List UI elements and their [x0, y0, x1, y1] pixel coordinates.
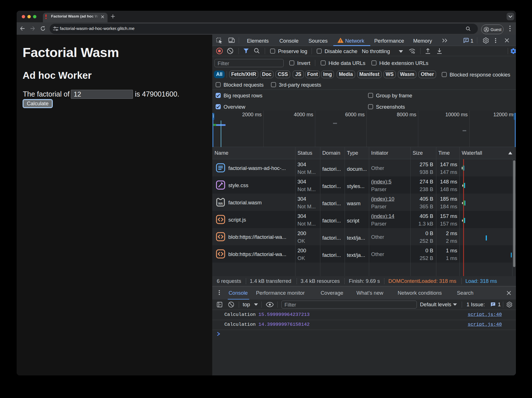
svg-text:WA: WA: [218, 202, 223, 205]
